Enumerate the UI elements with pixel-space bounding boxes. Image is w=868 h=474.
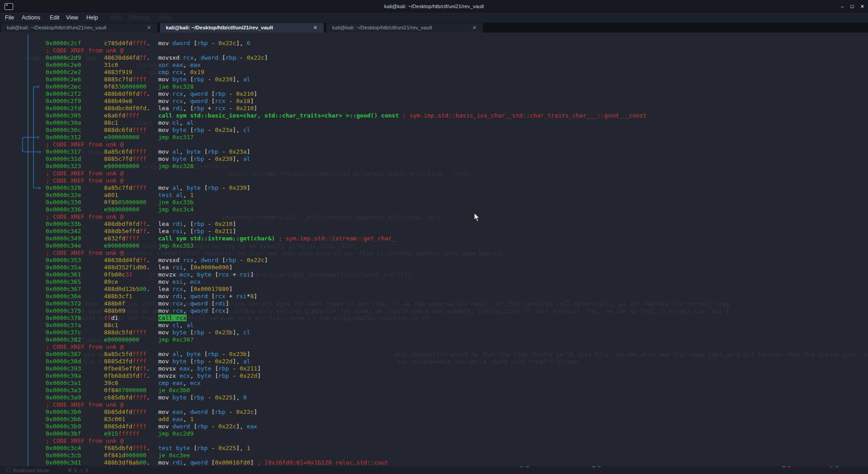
instruction: cmp eax, ecx <box>158 380 868 387</box>
disasm-row-0x0000c35a: 0x0000c35a488d352f1d00.lea rsi, [0x0000e… <box>0 264 868 271</box>
opcode-bytes: e900000000 <box>104 163 158 170</box>
errors-icon: ⊗ <box>68 467 72 473</box>
disasm-row-0x0000c3bf: 0x0000c3bfe915ffffffjmp 0xc2d9 <box>0 430 868 437</box>
disasm-row-0x0000c328: 0x0000c3288a85c7fdffffmov al, byte [rbp … <box>0 184 868 192</box>
disasm-row-0x0000c336: 0x0000c336e989000000jmp 0xc3c4 <box>0 206 868 213</box>
xref-comment-row: ; CODE XREF from unk @ <box>0 401 868 408</box>
instruction: mov byte [rbp - 0x225], 0 <box>158 394 868 401</box>
opcode-bytes: 0f8407000000 <box>104 387 158 394</box>
xref-comment-row: ; CODE XREF from unk @ <box>0 141 868 148</box>
menu-item-edit[interactable]: Edit <box>50 13 60 23</box>
instruction: mov dword [rbp - 0x22c], 0 <box>158 40 868 47</box>
opcode-bytes: 83c001 <box>104 416 158 423</box>
shield-icon <box>6 468 10 473</box>
close-icon[interactable]: ✕ <box>860 4 864 9</box>
menu-item-file[interactable]: File <box>5 13 14 23</box>
opcode-bytes: ffd1 <box>104 314 158 322</box>
disasm-row-0x0000c3a9: 0x0000c3a9c685dbfdffff.mov byte [rbp - 0… <box>0 394 868 401</box>
disasm-row-0x0000c2ec: 0x0000c2ec0f8336000000jae 0xc328 <box>0 83 868 90</box>
opcode-bytes: 89ce <box>104 278 158 286</box>
errors-count: 0 <box>74 468 77 473</box>
status-speck <box>520 466 523 467</box>
instruction: mov al, byte [rbp - 0x239] <box>158 184 868 192</box>
minimize-icon[interactable]: – <box>841 4 844 9</box>
instruction: movsxd rcx, dword [rbp - 0x22c] <box>158 257 868 264</box>
maximize-icon[interactable]: ◻ <box>850 4 854 9</box>
restricted-mode-status: Restricted Mode <box>6 466 49 474</box>
instruction: call sym std::istream::get(char&) ; sym.… <box>158 235 868 242</box>
disasm-row-0x0000c3b9: 0x0000c3b98985d4fdffffmov dword [rbp - 0… <box>0 423 868 430</box>
instruction: jae 0xc328 <box>158 83 868 90</box>
disasm-row-0x0000c365: 0x0000c36589cemov esi, ecx <box>0 278 868 286</box>
disasm-row-0x0000c387: 0x0000c3878a85c5fdffffmov al, byte [rbp … <box>0 351 868 358</box>
status-speck <box>592 466 595 467</box>
opcode-bytes: 488b0f <box>104 300 158 307</box>
opcode-bytes: a801 <box>104 192 158 199</box>
address: 0x0000c36e <box>46 293 104 300</box>
instruction: movzx ecx, byte [rcx + rsi] <box>158 271 868 278</box>
instruction: mov cl, al <box>158 322 868 329</box>
instruction: mov byte [rbp - 0x22d], al <box>158 358 868 365</box>
xref-comment-row: ; CODE XREF from unk @ <box>0 249 868 257</box>
instruction: movsx eax, byte [rbp - 0x211] <box>158 365 868 372</box>
ghost-menu-item: Run <box>111 13 121 23</box>
address: 0x0000c378 <box>46 314 104 322</box>
instruction: lea rdi, [rbp + rcx - 0x210] <box>158 105 868 112</box>
instruction: test byte [rbp - 0x225], 1 <box>158 445 868 452</box>
disasm-row-0x0000c305: 0x0000c305e8a6fdffffcall sym std::basic_… <box>0 112 868 119</box>
menu-item-actions[interactable]: Actions <box>22 13 40 23</box>
disasm-row-0x0000c378: 0x0000c378ffd1call rcx <box>0 314 868 322</box>
address: 0x0000c38d <box>46 358 104 365</box>
menu-item-help[interactable]: Help <box>86 13 98 23</box>
status-speck <box>598 466 601 467</box>
address: 0x0000c37c <box>46 329 104 336</box>
address: 0x0000c342 <box>46 228 104 235</box>
address: 0x0000c3b6 <box>46 416 104 423</box>
tab-close-icon[interactable]: ✕ <box>472 23 476 33</box>
instruction: mov rdi, qword [0x00016fd0] ; [0x16fd0:8… <box>158 459 868 466</box>
address: 0x0000c31d <box>46 155 104 163</box>
opcode-bytes: 888dc6fdffff <box>104 127 158 134</box>
opcode-bytes: 8885c7fdffff <box>104 155 158 163</box>
address: 0x0000c3d1 <box>46 459 104 466</box>
opcode-bytes: 488d0d12b500. <box>104 286 158 293</box>
ghost-menu-item: Terminal <box>128 13 150 23</box>
opcode-bytes: 88c1 <box>104 322 158 329</box>
address: 0x0000c3a9 <box>46 394 104 401</box>
disasm-row-0x0000c375: 0x0000c375488b09mov rcx, qword [rcx] <box>0 307 868 314</box>
opcode-bytes: 0fb68dd3fdff. <box>104 372 158 380</box>
menu-item-view[interactable]: View <box>66 13 78 23</box>
tab-close-icon[interactable]: ✕ <box>147 23 151 33</box>
opcode-bytes: 8885c7fdffff <box>104 76 158 83</box>
address: 0x0000c372 <box>46 300 104 307</box>
address: 0x0000c32e <box>46 192 104 199</box>
address: 0x0000c2d9 <box>46 54 104 61</box>
instruction: lea rcx, [0x00017880] <box>158 286 868 293</box>
terminal-tab-2[interactable]: kali@kali: ~/Desktop/htb/ctf/uni21/rev_v… <box>160 23 324 33</box>
terminal-output-area[interactable]: <><> 0x0000c2cfc785d4fdffff.mov dword [r… <box>0 33 868 466</box>
disasm-row-0x0000c3cb: 0x0000c3cb0f841d000000je 0xc3ee <box>0 452 868 459</box>
instruction: lea rsi, [0x0000e090] <box>158 264 868 271</box>
instruction: mov esi, ecx <box>158 278 868 286</box>
instruction: mov al, byte [rbp - 0x23a] <box>158 148 868 155</box>
disasm-row-0x0000c37a: 0x0000c37a88c1mov cl, al <box>0 322 868 329</box>
disasm-row-0x0000c2e0: 0x0000c2e031c0xor eax, eax <box>0 61 868 69</box>
xref-comment-row: ; CODE XREF from unk @ <box>0 437 868 445</box>
disasm-row-0x0000c349: 0x0000c349e832fdffffcall sym std::istrea… <box>0 235 868 242</box>
opcode-bytes: e900000000 <box>104 134 158 141</box>
instruction: test al, 1 <box>158 192 868 199</box>
disasm-row-0x0000c2e2: 0x0000c2e24883f919cmp rcx, 0x19 <box>0 69 868 76</box>
address: 0x0000c3a3 <box>46 387 104 394</box>
opcode-bytes: e915ffffff <box>104 430 158 437</box>
disasm-row-0x0000c323: 0x0000c323e900000000jmp 0xc328 <box>0 163 868 170</box>
terminal-tab-3[interactable]: kali@kali: ~/Desktop/htb/ctf/uni21/rev_v… <box>326 23 483 33</box>
instruction: mov rdi, qword [rcx + rsi*8] <box>158 293 868 300</box>
xref-comment-row: ; CODE XREF from unk @ <box>0 177 868 184</box>
tab-close-icon[interactable]: ✕ <box>313 23 317 33</box>
terminal-tab-1[interactable]: kali@kali: ~/Desktop/htb/ctf/uni21/rev_v… <box>1 23 157 33</box>
address: 0x0000c39a <box>46 372 104 380</box>
opcode-bytes: 39c8 <box>104 380 158 387</box>
address: 0x0000c323 <box>46 163 104 170</box>
address: 0x0000c3a1 <box>46 380 104 387</box>
opcode-bytes: 8a85c6fdffff <box>104 148 158 155</box>
